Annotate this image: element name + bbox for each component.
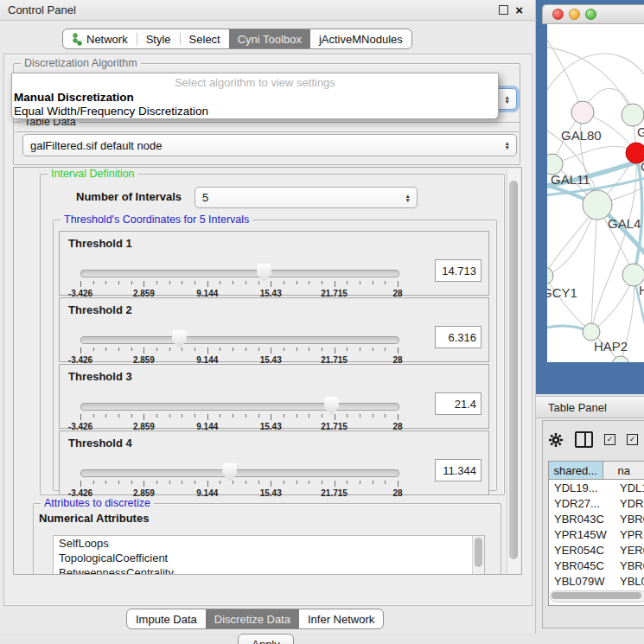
tab-jactivemnodules[interactable]: jActiveMNodules — [310, 29, 411, 48]
zoom-traffic-light-icon[interactable] — [585, 9, 596, 20]
slider-thumb[interactable] — [172, 330, 187, 348]
tab-label: Select — [189, 33, 220, 46]
attributes-scrollbar[interactable] — [472, 536, 484, 575]
table-cell[interactable]: YPR145W — [549, 526, 615, 542]
tab-cyni-toolbox[interactable]: Cyni Toolbox — [229, 29, 310, 48]
network-node[interactable] — [547, 267, 553, 284]
table-row[interactable]: YPR145WYPR1 — [549, 526, 644, 542]
gear-icon[interactable] — [548, 432, 564, 448]
number-of-intervals-combobox[interactable]: 5 ▲▼ — [194, 187, 418, 208]
table-hscrollbar-thumb[interactable] — [552, 592, 641, 599]
threshold-value-field[interactable]: 14.713 — [435, 259, 481, 282]
table-cell[interactable]: YBR0 — [615, 558, 644, 573]
threshold-panel-4: Threshold 4-3.4262.8599.14415.4321.71528… — [59, 430, 489, 495]
float-window-icon[interactable] — [499, 5, 508, 15]
table-cell[interactable]: YDR27... — [549, 495, 615, 511]
checkbox-icon[interactable]: ✓ — [627, 434, 638, 445]
attribute-item[interactable]: BetweennessCentrality — [54, 565, 484, 575]
network-window-titlebar — [542, 4, 644, 24]
attributes-group-title: Attributes to discretize — [41, 497, 154, 509]
slider-track[interactable] — [80, 403, 399, 411]
network-canvas[interactable]: GAL80GALCGAL11GAL4GCY1HHAP2 — [547, 24, 644, 362]
slider-thumb[interactable] — [324, 397, 339, 415]
discretization-algorithm-group-title: Discretization Algorithm — [21, 57, 141, 69]
table-cell[interactable]: YBL0 — [615, 573, 644, 589]
tab-label: Impute Data — [136, 613, 197, 626]
threshold-value-field[interactable]: 11.344 — [435, 459, 481, 481]
table-cell[interactable]: YDR2 — [615, 495, 644, 511]
table-row[interactable]: YER054CYER0 — [549, 542, 644, 558]
columns-icon[interactable] — [575, 431, 593, 448]
table-cell[interactable]: YER0 — [615, 542, 644, 558]
node-table[interactable]: shared... na YDL19...YDL1YDR27...YDR2YBR… — [548, 461, 644, 606]
table-panel-toolbar: ✓ ✓ — [548, 431, 638, 448]
threshold-slider[interactable]: -3.4262.8599.14415.4321.71528 — [80, 462, 398, 494]
algorithm-option[interactable]: Manual Discretization — [12, 91, 498, 105]
slider-thumb[interactable] — [257, 264, 271, 282]
attribute-item[interactable]: TopologicalCoefficient — [54, 551, 484, 565]
settings-scrollbar[interactable] — [507, 169, 520, 573]
table-cell[interactable]: YIL0 — [615, 604, 644, 606]
table-cell[interactable]: YDL19... — [549, 480, 615, 495]
table-hscrollbar[interactable] — [550, 590, 644, 603]
combo-stepper-icon: ▲▼ — [505, 141, 516, 150]
table-cell[interactable]: YDL1 — [615, 480, 644, 495]
table-row[interactable]: YIL053CYIL0 — [549, 604, 644, 606]
slider-thumb[interactable] — [222, 463, 237, 481]
algorithm-option[interactable]: Equal Width/Frequency Discretization — [12, 105, 498, 118]
interval-definition-title: Interval Definition — [48, 168, 138, 180]
network-node[interactable] — [583, 190, 612, 220]
table-cell[interactable]: YBR043C — [549, 511, 615, 526]
table-row[interactable]: YDL19...YDL1 — [549, 480, 644, 495]
close-traffic-light-icon[interactable] — [552, 9, 564, 20]
thresholds-group: Threshold's Coordinates for 5 Intervals … — [53, 220, 497, 491]
attributes-scrollbar-thumb[interactable] — [475, 538, 482, 567]
close-icon[interactable]: × — [515, 6, 523, 15]
numerical-attributes-list[interactable]: SelfLoopsTopologicalCoefficientBetweenne… — [53, 535, 485, 575]
table-row[interactable]: YBL079WYBL0 — [549, 573, 644, 589]
threshold-value-field[interactable]: 21.4 — [435, 392, 481, 415]
checkbox-icon[interactable]: ✓ — [604, 434, 615, 445]
table-row[interactable]: YDR27...YDR2 — [549, 495, 644, 511]
table-header-row: shared... na — [549, 462, 644, 480]
table-cell[interactable]: YBR045C — [549, 558, 615, 573]
threshold-slider[interactable]: -3.4262.8599.14415.4321.71528 — [80, 263, 398, 294]
table-row[interactable]: YBR045CYBR0 — [549, 558, 644, 573]
threshold-slider[interactable]: -3.4262.8599.14415.4321.71528 — [80, 396, 398, 427]
table-row[interactable]: YBR043CYBR0 — [549, 511, 644, 526]
apply-button[interactable]: Apply — [238, 634, 294, 644]
slider-track[interactable] — [80, 336, 399, 344]
cyni-toolbox-panel: Discretization Algorithm ▲▼ Table Data g… — [3, 54, 532, 606]
network-node[interactable] — [571, 101, 594, 124]
column-header-name[interactable]: na — [603, 462, 644, 479]
threshold-slider[interactable]: -3.4262.8599.14415.4321.71528 — [80, 329, 398, 360]
table-cell[interactable]: YPR1 — [615, 526, 644, 542]
column-header-shared[interactable]: shared... — [549, 462, 603, 479]
bottom-tab-infer-network[interactable]: Infer Network — [299, 609, 383, 628]
table-cell[interactable]: YER054C — [549, 542, 615, 558]
bottom-tab-impute-data[interactable]: Impute Data — [127, 609, 206, 628]
tab-select[interactable]: Select — [181, 29, 229, 48]
threshold-value-field[interactable]: 6.316 — [435, 326, 481, 348]
threshold-panel-1: Threshold 1-3.4262.8599.14415.4321.71528… — [59, 231, 489, 296]
settings-scrollbar-thumb[interactable] — [509, 181, 518, 559]
table-cell[interactable]: YIL053C — [549, 604, 615, 606]
tab-style[interactable]: Style — [137, 29, 180, 48]
threshold-panel-2: Threshold 2-3.4262.8599.14415.4321.71528… — [59, 297, 489, 362]
attribute-item[interactable]: SelfLoops — [54, 536, 484, 551]
slider-ticks — [80, 414, 398, 421]
table-cell[interactable]: YBR0 — [615, 511, 644, 526]
slider-track[interactable] — [80, 270, 399, 277]
network-node[interactable] — [622, 104, 644, 126]
network-node[interactable] — [612, 356, 629, 362]
table-data-combobox[interactable]: galFiltered.sif default node ▲▼ — [22, 134, 517, 156]
tab-network[interactable]: Network — [63, 29, 137, 48]
network-node[interactable] — [583, 323, 600, 341]
tab-label: Style — [146, 33, 171, 46]
number-of-intervals-label: Number of Intervals — [76, 190, 182, 203]
slider-track[interactable] — [80, 469, 399, 477]
network-node-label: GAL80 — [561, 128, 602, 143]
bottom-tab-discretize-data[interactable]: Discretize Data — [206, 609, 299, 628]
table-cell[interactable]: YBL079W — [549, 573, 615, 589]
minimize-traffic-light-icon[interactable] — [569, 9, 580, 20]
